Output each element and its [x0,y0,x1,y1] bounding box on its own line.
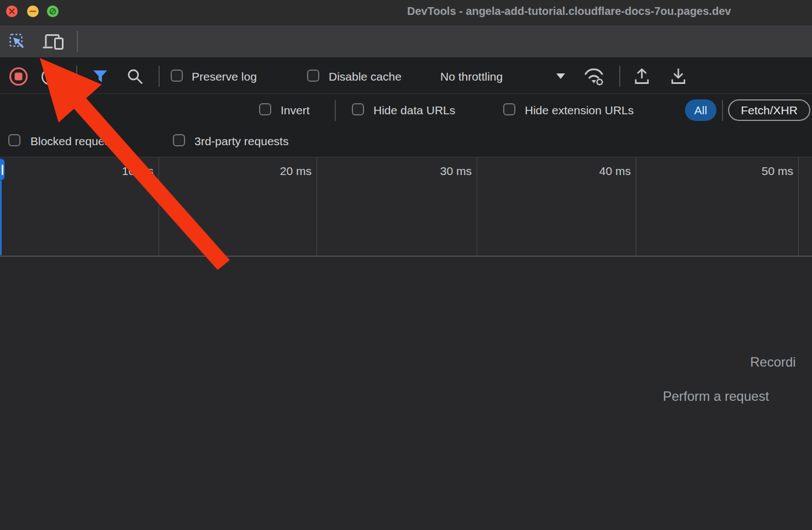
stop-recording-icon [8,66,29,87]
filter-chip-all-label: All [694,104,707,117]
third-party-requests-checkbox[interactable] [173,134,185,146]
toggle-device-toolbar-button[interactable] [42,33,66,51]
zoom-icon [47,6,59,17]
export-har-button[interactable] [669,67,687,86]
timeline-gridline [636,157,636,256]
preserve-log-checkbox[interactable] [171,70,183,82]
close-icon [6,6,18,17]
download-icon [669,67,687,86]
timeline-tick-10ms: 10 ms [98,165,154,178]
clear-icon [40,67,59,86]
toolbar-divider [159,66,160,87]
upload-icon [633,67,651,86]
window-title: DevTools - angela-add-tutorial.cloudflar… [407,5,731,18]
minimize-window-button[interactable] [27,6,39,17]
funnel-icon [93,70,108,83]
invert-label: Invert [281,104,310,117]
filter-toggle-button[interactable] [93,70,108,83]
hide-data-urls-label: Hide data URLs [373,104,455,117]
disable-cache-label: Disable cache [329,70,402,83]
filter-chip-fetch-xhr[interactable]: Fetch/XHR [728,99,810,121]
timeline-gridline [477,157,477,256]
toolbar-divider [619,66,620,87]
throttling-select[interactable]: No throttling [440,70,503,83]
drag-handle-grip [2,165,3,175]
search-icon [126,68,144,85]
blocked-requests-label: Blocked requests [30,135,119,148]
timeline-gridline [317,157,317,256]
toolbar-divider [722,100,723,121]
hide-extension-urls-label: Hide extension URLs [525,104,634,117]
network-conditions-icon [582,66,608,87]
timeline-tick-40ms: 40 ms [576,165,631,178]
hide-extension-urls-checkbox[interactable] [503,103,515,115]
zoom-window-button[interactable] [47,6,59,17]
empty-state-recording-text: Recordi [750,354,796,370]
blocked-requests-checkbox[interactable] [8,134,20,146]
timeline-tick-30ms: 30 ms [416,165,472,178]
minimize-icon [27,6,39,17]
toolbar-divider [76,66,77,87]
clear-network-log-button[interactable] [40,67,59,86]
filter-chip-all[interactable]: All [685,99,716,121]
chevron-down-icon [556,73,566,80]
preserve-log-label: Preserve log [192,70,257,83]
search-network-button[interactable] [126,68,144,85]
empty-state-instruction-text: Perform a request [663,389,769,404]
inspect-cursor-icon [9,33,28,51]
devtools-tab-bar: Console Network Sources Performance Memo… [0,25,812,58]
device-toolbar-icon [42,33,66,51]
timeline-gridline [159,157,159,256]
toolbar-divider [335,100,336,121]
hide-data-urls-checkbox[interactable] [352,103,364,115]
throttling-dropdown-button[interactable] [556,73,566,80]
disable-cache-checkbox[interactable] [307,70,319,82]
filter-chip-fetch-xhr-label: Fetch/XHR [741,104,798,117]
import-har-button[interactable] [633,67,651,86]
timeline-gridline [798,157,799,256]
third-party-requests-label: 3rd-party requests [194,135,288,148]
request-filters-row: Blocked requests 3rd-party requests [0,126,812,157]
toolbar-divider [77,31,78,52]
overview-drag-handle[interactable] [0,158,5,181]
title-bar: DevTools - angela-add-tutorial.cloudflar… [0,0,812,25]
inspect-element-button[interactable] [9,33,28,51]
invert-checkbox[interactable] [259,103,271,115]
network-conditions-button[interactable] [582,66,608,87]
close-window-button[interactable] [6,6,18,17]
timeline-tick-50ms: 50 ms [738,165,793,178]
record-network-log-button[interactable] [8,66,29,87]
network-toolbar: Preserve log Disable cache No throttling [0,58,812,94]
requests-panel: Recordi Perform a request [0,257,812,530]
timeline-tick-20ms: 20 ms [256,165,312,178]
devtools-window: DevTools - angela-add-tutorial.cloudflar… [0,0,812,530]
filter-row: Invert Hide data URLs Hide extension URL… [0,94,812,126]
